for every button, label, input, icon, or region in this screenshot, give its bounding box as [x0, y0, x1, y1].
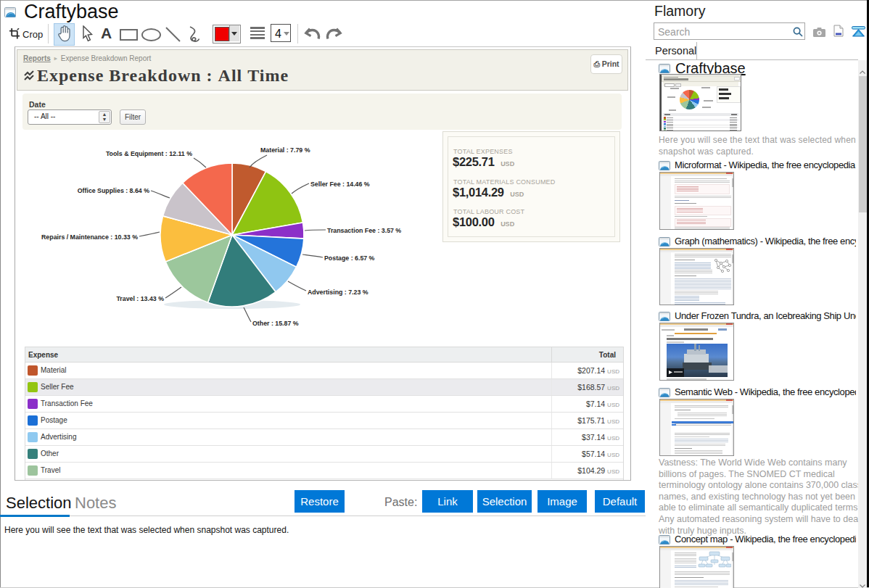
- svg-text:Seller Fee : 14.46 %: Seller Fee : 14.46 %: [310, 181, 370, 188]
- svg-text:Repairs / Maintenance : 10.33: Repairs / Maintenance : 10.33 %: [41, 233, 138, 241]
- svg-text:Advertising : 7.23 %: Advertising : 7.23 %: [308, 289, 368, 296]
- svg-text:Material : 7.79 %: Material : 7.79 %: [260, 146, 310, 154]
- svg-text:Transaction Fee : 3.57 %: Transaction Fee : 3.57 %: [327, 227, 401, 234]
- svg-text:Office Supplies : 8.64 %: Office Supplies : 8.64 %: [78, 187, 149, 194]
- svg-text:Postage : 6.57 %: Postage : 6.57 %: [324, 254, 375, 262]
- svg-text:Tools & Equipment : 12.11 %: Tools & Equipment : 12.11 %: [106, 150, 192, 157]
- svg-text:Travel : 13.43 %: Travel : 13.43 %: [116, 295, 164, 302]
- svg-text:Other : 15.87 %: Other : 15.87 %: [252, 320, 299, 327]
